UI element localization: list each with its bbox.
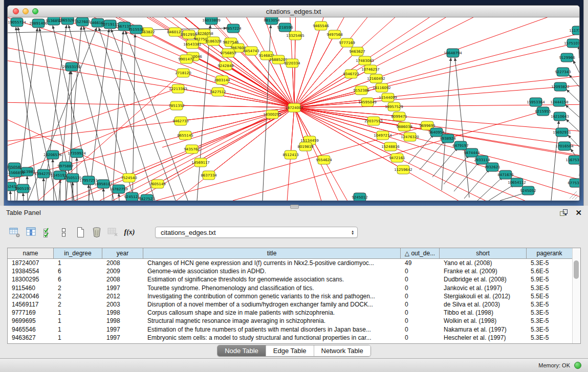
graph-node[interactable]: 10654112: [508, 178, 526, 187]
graph-node[interactable]: 7524540: [121, 173, 137, 182]
network-view-window[interactable]: citations_edges.txt 84601238912955182260…: [7, 5, 580, 201]
scrollbar-thumb[interactable]: [574, 260, 579, 279]
graph-node[interactable]: 6479197: [452, 141, 468, 150]
graph-node[interactable]: 9218596: [277, 23, 293, 32]
table-selector-combobox[interactable]: citations_edges.txt ▴▾: [155, 227, 358, 238]
graph-node[interactable]: 9227343: [555, 68, 571, 76]
graph-node[interactable]: 7605149: [149, 180, 165, 188]
graph-node[interactable]: 8938924: [440, 134, 456, 143]
graph-node[interactable]: 9901472: [178, 55, 194, 63]
graph-node[interactable]: 5905193: [15, 184, 31, 193]
graph-node[interactable]: 16116092: [373, 83, 391, 92]
graph-node[interactable]: 20206576: [43, 150, 62, 159]
network-svg[interactable]: 8460123891295518226058982750381863289827…: [8, 17, 579, 201]
column-header-out_de...[interactable]: △ out_de...: [401, 248, 440, 258]
tab-network-table[interactable]: Network Table: [314, 345, 371, 356]
graph-node[interactable]: 12160492: [367, 74, 385, 83]
graph-node[interactable]: 13325465: [286, 31, 304, 40]
graph-node[interactable]: 1527607: [74, 17, 90, 26]
graph-node[interactable]: 7857224: [225, 24, 242, 33]
table-row[interactable]: 911546021997Tourette syndrome. Phenomeno…: [8, 284, 580, 292]
graph-node[interactable]: 14569117: [191, 158, 210, 167]
graph-node[interactable]: 9242848: [217, 61, 233, 70]
graph-node[interactable]: 8215955: [535, 107, 551, 116]
graph-node[interactable]: 9554624: [316, 156, 332, 164]
tab-node-table[interactable]: Node Table: [217, 345, 266, 356]
row-height-button[interactable]: [58, 226, 70, 239]
graph-node[interactable]: 2803144: [214, 76, 230, 84]
graph-node[interactable]: 17483083: [356, 56, 374, 65]
graph-node[interactable]: 18957529: [385, 102, 403, 111]
graph-node[interactable]: 2718120: [175, 69, 191, 77]
graph-node[interactable]: 8099471: [391, 112, 407, 121]
graph-node[interactable]: 9462733: [172, 117, 188, 125]
graph-node[interactable]: 8637334: [201, 171, 217, 180]
graph-node[interactable]: 8813054: [264, 17, 280, 25]
new-column-button[interactable]: [74, 226, 86, 239]
graph-node[interactable]: 16782759: [110, 185, 128, 193]
graph-node[interactable]: 9129966: [559, 53, 575, 62]
table-row[interactable]: 1938455462009Genome-wide association stu…: [8, 267, 580, 275]
graph-node[interactable]: 12213383: [169, 84, 187, 93]
graph-node[interactable]: 8655145: [177, 131, 193, 140]
graph-node[interactable]: 9245052: [520, 186, 536, 195]
panel-drag-handle-icon[interactable]: [290, 205, 299, 209]
graph-node[interactable]: 8019819: [297, 142, 313, 151]
close-panel-icon[interactable]: ✕: [575, 209, 582, 216]
graph-node[interactable]: 7515536: [128, 25, 144, 34]
column-header-pagerank[interactable]: pagerank: [527, 248, 573, 258]
table-row[interactable]: 946362711997Embryonic stem cells: a mode…: [8, 334, 580, 342]
graph-node[interactable]: 8454743: [243, 47, 259, 55]
network-window-titlebar[interactable]: citations_edges.txt: [8, 6, 579, 17]
graph-node[interactable]: 22037553: [364, 117, 383, 125]
graph-node[interactable]: 9777169: [339, 38, 355, 47]
delete-column-button[interactable]: [91, 226, 103, 239]
graph-node[interactable]: 20891406: [29, 19, 48, 28]
network-canvas[interactable]: 8460123891295518226058982750381863289827…: [8, 17, 579, 201]
graph-node[interactable]: 14595049: [358, 98, 377, 106]
table-row[interactable]: 969969511998Structural magnetic resonanc…: [8, 317, 580, 325]
table-row[interactable]: 977716911998Corpus callosum shape and si…: [8, 309, 580, 317]
graph-node[interactable]: 10497214: [374, 131, 392, 140]
table-mode-button[interactable]: [9, 226, 21, 239]
graph-node[interactable]: 9975887: [57, 162, 73, 170]
graph-node[interactable]: 9463627: [349, 47, 365, 56]
graph-node[interactable]: 9465546: [313, 21, 329, 30]
graph-node[interactable]: 9886038: [396, 122, 412, 131]
float-window-icon[interactable]: [559, 209, 568, 216]
table-row[interactable]: 2242004622012Investigating the contribut…: [8, 292, 580, 300]
graph-node[interactable]: 12476320: [401, 133, 419, 141]
graph-node[interactable]: 9245012: [352, 193, 367, 201]
zoom-button[interactable]: [32, 8, 38, 14]
table-scrollbar[interactable]: [572, 248, 580, 343]
table-row[interactable]: 1456911722003Disruption of a novel membe…: [8, 300, 580, 309]
graph-node[interactable]: 11173549: [569, 26, 579, 35]
function-builder-button[interactable]: f(x): [123, 226, 136, 239]
graph-node[interactable]: 9435762: [184, 145, 200, 154]
table-row[interactable]: 946554611997Estimation of the future num…: [8, 325, 580, 334]
graph-node[interactable]: 8427512: [210, 87, 226, 96]
graph-node[interactable]: 11259642: [394, 165, 412, 174]
graph-node[interactable]: 9756853: [220, 49, 236, 57]
row-selection-button[interactable]: [41, 226, 54, 239]
column-header-short[interactable]: short: [440, 248, 527, 258]
graph-node[interactable]: 6775332: [568, 179, 579, 187]
graph-node[interactable]: 19055724: [8, 18, 26, 27]
graph-node[interactable]: 16648794: [444, 49, 462, 57]
graph-node[interactable]: 16033809: [202, 17, 221, 25]
graph-node[interactable]: 9472161: [389, 154, 405, 162]
graph-node[interactable]: 8186328: [205, 37, 221, 46]
graph-node[interactable]: 15751074: [564, 39, 579, 48]
tab-edge-table[interactable]: Edge Table: [266, 345, 314, 356]
table-row[interactable]: 1872400712008Changes of HCN gene express…: [8, 259, 580, 267]
graph-node[interactable]: 9346723: [343, 70, 359, 78]
graph-node[interactable]: 9245121: [124, 192, 140, 201]
column-visibility-button[interactable]: [25, 226, 37, 239]
graph-node[interactable]: 8471676: [497, 170, 514, 179]
graph-node[interactable]: 11675353: [565, 156, 579, 164]
column-header-name[interactable]: name: [8, 248, 54, 258]
column-header-year[interactable]: year: [102, 248, 143, 258]
close-button[interactable]: [13, 8, 19, 14]
table-row[interactable]: 1830029562008Estimation of significance …: [8, 275, 580, 283]
graph-node[interactable]: 8220334: [284, 59, 300, 68]
